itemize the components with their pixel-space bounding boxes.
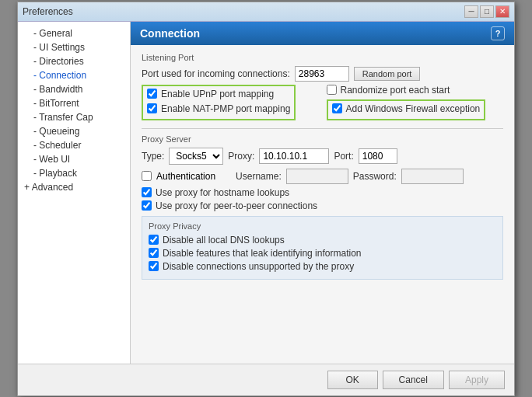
proxy-type-row: Type: Socks5 None Socks4 HTTP Proxy: Por… <box>142 148 503 165</box>
auth-checkbox[interactable] <box>142 171 152 181</box>
nat-label: Enable NAT-PMP port mapping <box>161 103 290 114</box>
username-label: Username: <box>236 171 282 182</box>
firewall-checkbox[interactable] <box>332 103 342 113</box>
unsupported-label: Disable connections unsupported by the p… <box>163 261 354 272</box>
firewall-label: Add Windows Firewall exception <box>346 103 481 114</box>
sidebar: General UI Settings Directories Connecti… <box>18 22 131 364</box>
sidebar-item-transfer-cap[interactable]: Transfer Cap <box>18 110 130 124</box>
password-label: Password: <box>353 171 397 182</box>
p2p-checkbox[interactable] <box>142 200 152 211</box>
panel-title: Connection <box>140 27 200 40</box>
port-label: Port used for incoming connections: <box>142 68 290 79</box>
privacy-section: Proxy Privacy Disable all local DNS look… <box>142 216 503 280</box>
footer: OK Cancel Apply <box>18 364 514 395</box>
separator-1 <box>142 128 503 129</box>
panel-header: Connection ? <box>131 22 514 45</box>
privacy-section-label: Proxy Privacy <box>149 221 496 231</box>
upnp-row: Enable UPnP port mapping <box>147 89 290 99</box>
window-controls: ─ □ ✕ <box>464 5 509 18</box>
left-checkboxes: Enable UPnP port mapping Enable NAT-PMP … <box>142 85 319 123</box>
sidebar-item-general[interactable]: General <box>18 26 130 40</box>
sidebar-item-bittorrent[interactable]: BitTorrent <box>18 96 130 110</box>
panel-body: Listening Port Port used for incoming co… <box>131 45 514 287</box>
sidebar-item-web-ui[interactable]: Web UI <box>18 152 130 166</box>
proxy-host-label: Proxy: <box>228 151 254 162</box>
leak-checkbox[interactable] <box>149 248 159 258</box>
nat-row: Enable NAT-PMP port mapping <box>147 103 290 114</box>
proxy-port-label: Port: <box>334 151 353 162</box>
sidebar-item-advanced[interactable]: Advanced <box>18 180 130 194</box>
sidebar-item-connection[interactable]: Connection <box>18 68 130 82</box>
upnp-label: Enable UPnP port mapping <box>161 89 274 99</box>
randomize-checkbox[interactable] <box>327 85 337 95</box>
leak-label: Disable features that leak identifying i… <box>163 248 361 259</box>
proxy-host-input[interactable] <box>259 148 329 164</box>
sidebar-item-directories[interactable]: Directories <box>18 54 130 68</box>
proxy-type-label: Type: <box>142 151 164 162</box>
unsupported-row: Disable connections unsupported by the p… <box>149 261 496 272</box>
proxy-type-select[interactable]: Socks5 None Socks4 HTTP <box>169 148 223 165</box>
checkbox-columns: Enable UPnP port mapping Enable NAT-PMP … <box>142 85 503 123</box>
cancel-button[interactable]: Cancel <box>383 371 444 389</box>
username-input[interactable] <box>286 169 348 184</box>
maximize-button[interactable]: □ <box>480 5 494 18</box>
title-bar: Preferences ─ □ ✕ <box>18 2 514 22</box>
password-input[interactable] <box>401 169 464 184</box>
p2p-label: Use proxy for peer-to-peer connections <box>156 200 317 211</box>
sidebar-item-queueing[interactable]: Queueing <box>18 124 130 138</box>
upnp-checkbox[interactable] <box>147 89 157 99</box>
sidebar-item-bandwidth[interactable]: Bandwidth <box>18 82 130 96</box>
firewall-highlight: Add Windows Firewall exception <box>327 99 486 120</box>
right-checkboxes: Randomize port each start Add Windows Fi… <box>327 85 504 123</box>
port-input[interactable] <box>295 66 349 82</box>
upnp-nat-highlight: Enable UPnP port mapping Enable NAT-PMP … <box>142 85 296 120</box>
content-area: General UI Settings Directories Connecti… <box>18 22 514 364</box>
randomize-row: Randomize port each start <box>327 85 504 96</box>
p2p-row: Use proxy for peer-to-peer connections <box>142 200 503 211</box>
apply-button[interactable]: Apply <box>449 371 505 389</box>
auth-row: Authentication Username: Password: <box>142 169 503 184</box>
listening-port-section-label: Listening Port <box>142 53 503 62</box>
auth-label: Authentication <box>156 171 215 182</box>
random-port-button[interactable]: Random port <box>354 67 421 81</box>
leak-row: Disable features that leak identifying i… <box>149 248 496 259</box>
ok-button[interactable]: OK <box>327 371 378 389</box>
proxy-section-label: Proxy Server <box>142 134 503 144</box>
sidebar-item-playback[interactable]: Playback <box>18 166 130 180</box>
main-panel: Connection ? Listening Port Port used fo… <box>131 22 514 364</box>
minimize-button[interactable]: ─ <box>464 5 478 18</box>
firewall-row: Add Windows Firewall exception <box>332 103 481 114</box>
sidebar-item-scheduler[interactable]: Scheduler <box>18 138 130 152</box>
hostname-row: Use proxy for hostname lookups <box>142 187 503 198</box>
sidebar-item-ui-settings[interactable]: UI Settings <box>18 40 130 54</box>
dns-row: Disable all local DNS lookups <box>149 235 496 246</box>
nat-checkbox[interactable] <box>147 103 157 113</box>
port-row: Port used for incoming connections: Rand… <box>142 66 503 82</box>
hostname-label: Use proxy for hostname lookups <box>156 187 289 198</box>
dns-checkbox[interactable] <box>149 235 159 245</box>
help-button[interactable]: ? <box>491 26 505 40</box>
unsupported-checkbox[interactable] <box>149 261 159 271</box>
randomize-label: Randomize port each start <box>341 85 450 96</box>
preferences-window: Preferences ─ □ ✕ General UI Settings Di… <box>17 2 515 396</box>
hostname-checkbox[interactable] <box>142 187 152 197</box>
close-button[interactable]: ✕ <box>495 5 509 18</box>
proxy-port-input[interactable] <box>359 148 397 164</box>
window-title: Preferences <box>23 6 73 17</box>
dns-label: Disable all local DNS lookups <box>163 235 285 246</box>
